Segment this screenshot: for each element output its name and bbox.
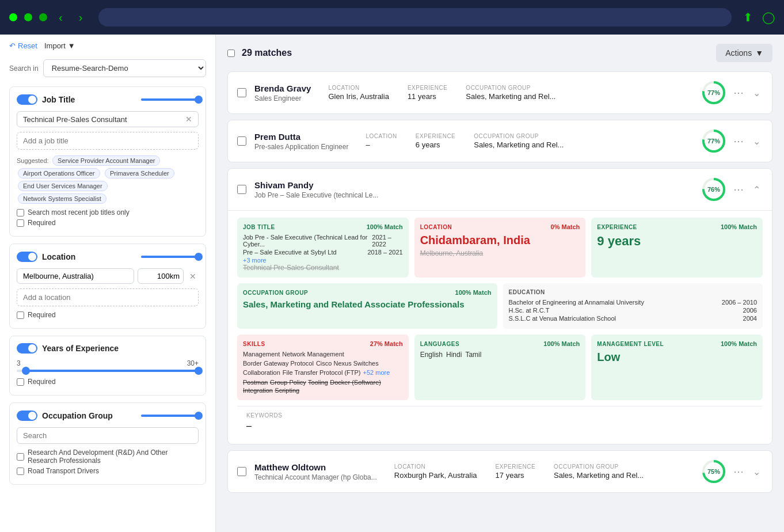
more-options-prem[interactable]: ⋯ xyxy=(731,132,746,150)
shivam-occ-content: Sales, Marketing and Related Associate P… xyxy=(243,299,492,309)
candidate-checkbox-prem[interactable] xyxy=(237,136,246,146)
more-options-matthew[interactable]: ⋯ xyxy=(731,463,746,480)
expand-matthew[interactable]: ⌄ xyxy=(751,464,763,480)
select-all-checkbox[interactable] xyxy=(227,50,235,57)
shivam-loc-match: 0% Match xyxy=(551,223,580,230)
meta-location-matthew: LOCATION Roxburgh Park, Australia xyxy=(394,463,477,480)
location-filter: Location ✕ Required xyxy=(9,244,206,329)
occupation-checkbox-2[interactable] xyxy=(17,468,24,475)
upload-icon[interactable]: ⬆ xyxy=(743,10,753,24)
shivam-occ-header: OCCUPATION GROUP 100% Match xyxy=(243,289,492,296)
search-in-select[interactable]: Resume-Search-Demo xyxy=(43,59,206,77)
job-title-label: Job Title xyxy=(42,95,75,104)
reset-button[interactable]: ↶ Reset xyxy=(9,41,37,50)
candidate-name-prem[interactable]: Prem Dutta xyxy=(254,132,348,142)
suggestion-tag-3[interactable]: Primavera Scheduler xyxy=(105,168,174,178)
occupation-checkbox-1[interactable] xyxy=(17,453,24,461)
more-options-brenda[interactable]: ⋯ xyxy=(731,84,746,101)
exp-slider[interactable] xyxy=(17,370,199,372)
url-bar[interactable] xyxy=(98,8,732,26)
candidate-name-shivam[interactable]: Shivam Pandy xyxy=(254,180,378,190)
collapse-shivam[interactable]: ⌃ xyxy=(751,182,763,197)
sidebar-header: ↶ Reset Import ▼ xyxy=(9,41,206,50)
location-toggle[interactable] xyxy=(17,252,37,262)
shivam-edu-content: Bachelor of Engineering at Annamalai Uni… xyxy=(509,299,758,322)
shivam-lang-header: LANGUAGES 100% Match xyxy=(420,340,580,347)
job-title-slider[interactable] xyxy=(141,98,199,101)
candidate-card-matthew: Matthew Oldtown Technical Account Manage… xyxy=(227,450,772,493)
checkbox-required-location[interactable] xyxy=(17,311,24,319)
shivam-job-title-block: JOB TITLE 100% Match Job Pre - Sale Exec… xyxy=(237,218,409,278)
dot-2 xyxy=(24,13,32,21)
occupation-slider[interactable] xyxy=(141,415,199,417)
candidate-title-prem: Pre-sales Application Engineer xyxy=(254,143,348,151)
location-input[interactable] xyxy=(17,268,134,284)
shivam-skills-more[interactable]: +52 more xyxy=(363,369,390,376)
candidate-checkbox-matthew[interactable] xyxy=(237,467,246,476)
checkbox-required-jobtitle[interactable] xyxy=(17,219,24,227)
checkbox-required-location-row: Required xyxy=(17,311,199,319)
card-actions-matthew: 75% ⋯ ⌄ xyxy=(701,459,763,484)
shivam-location-block: LOCATION 0% Match Chidambaram, India Mel… xyxy=(414,218,586,278)
location-label: Location xyxy=(42,252,75,261)
occupation-item-2: Road Transport Drivers xyxy=(17,467,199,475)
more-options-shivam[interactable]: ⋯ xyxy=(731,181,746,198)
suggestion-tag-1[interactable]: Service Provider Account Manager xyxy=(52,155,160,166)
remove-location[interactable]: ✕ xyxy=(187,268,199,284)
back-button[interactable]: ‹ xyxy=(54,9,67,26)
forward-button[interactable]: › xyxy=(74,9,87,26)
expand-prem[interactable]: ⌄ xyxy=(751,134,763,149)
location-slider[interactable] xyxy=(141,256,199,258)
meta-location-brenda: LOCATION Glen Iris, Australia xyxy=(328,85,389,101)
checkbox-required-row-jobtitle: Required xyxy=(17,219,199,227)
shivam-loc-content: Chidambaram, India Melbourne, Australia xyxy=(420,234,580,257)
shivam-occupation-block: OCCUPATION GROUP 100% Match Sales, Marke… xyxy=(237,283,497,329)
job-title-toggle[interactable] xyxy=(17,94,37,105)
suggestion-tag-4[interactable]: End User Services Manager xyxy=(18,181,108,191)
km-input[interactable] xyxy=(138,268,184,284)
candidate-name-matthew[interactable]: Matthew Oldtown xyxy=(254,462,377,472)
shivam-jt-more[interactable]: +3 more xyxy=(243,257,403,264)
add-job-title-input[interactable] xyxy=(17,132,199,150)
candidate-card-brenda: Brenda Gravy Sales Engineer LOCATION Gle… xyxy=(227,71,772,114)
actions-button[interactable]: Actions ▼ xyxy=(716,44,772,62)
experience-toggle[interactable] xyxy=(17,343,37,354)
candidate-name-brenda[interactable]: Brenda Gravy xyxy=(254,83,311,93)
import-button[interactable]: Import ▼ xyxy=(44,41,75,50)
remove-job-title[interactable]: ✕ xyxy=(185,115,192,124)
sidebar: ↶ Reset Import ▼ Search in Resume-Search… xyxy=(0,35,216,532)
meta-experience-prem: EXPERIENCE 6 years xyxy=(416,133,455,149)
reset-icon: ↶ xyxy=(9,41,16,50)
shivam-mgmt-content: Low xyxy=(597,351,757,364)
exp-slider-max[interactable] xyxy=(195,367,203,375)
add-location-input[interactable] xyxy=(17,288,199,306)
occupation-search-input[interactable] xyxy=(17,427,199,444)
shivam-jt-entry1: Job Pre - Sale Executive (Technical Lead… xyxy=(243,234,403,248)
location-title: Location xyxy=(17,252,75,262)
candidate-info-brenda: Brenda Gravy Sales Engineer xyxy=(254,83,311,102)
shivam-lang-tags: English Hindi Tamil xyxy=(420,351,580,359)
checkbox-required-exp-row: Required xyxy=(17,378,199,386)
shivam-details-row2: OCCUPATION GROUP 100% Match Sales, Marke… xyxy=(237,283,763,329)
card-actions-brenda: 77% ⋯ ⌄ xyxy=(701,80,763,105)
meta-location-prem: LOCATION – xyxy=(366,133,397,149)
expand-brenda[interactable]: ⌄ xyxy=(751,85,763,101)
search-in-row: Search in Resume-Search-Demo xyxy=(9,59,206,77)
occupation-toggle[interactable] xyxy=(17,411,37,421)
suggestion-tag-2[interactable]: Airport Operations Officer xyxy=(18,168,100,178)
candidate-checkbox-shivam[interactable] xyxy=(237,185,246,194)
checkbox-recent[interactable] xyxy=(17,209,24,216)
checkbox-recent-row: Search most recent job titles only xyxy=(17,208,199,216)
shivam-jt-entry2: Pre – Sale Executive at Sybyl Ltd 2018 –… xyxy=(243,249,403,256)
suggestion-tag-5[interactable]: Network Systems Specialist xyxy=(18,193,106,204)
exp-slider-min[interactable] xyxy=(22,367,30,375)
shivam-skills-label: SKILLS xyxy=(243,341,265,347)
dot-1 xyxy=(9,13,17,21)
user-icon[interactable]: ◯ xyxy=(762,10,775,24)
candidate-checkbox-brenda[interactable] xyxy=(237,88,246,97)
checkbox-required-exp[interactable] xyxy=(17,378,24,386)
shivam-skills-strikethrough: Postman Group Policy Tooling Docker (Sof… xyxy=(243,378,403,394)
exp-max: 30+ xyxy=(187,359,199,367)
occupation-header: Occupation Group xyxy=(17,410,199,421)
shivam-loc-value: Chidambaram, India xyxy=(420,234,580,247)
